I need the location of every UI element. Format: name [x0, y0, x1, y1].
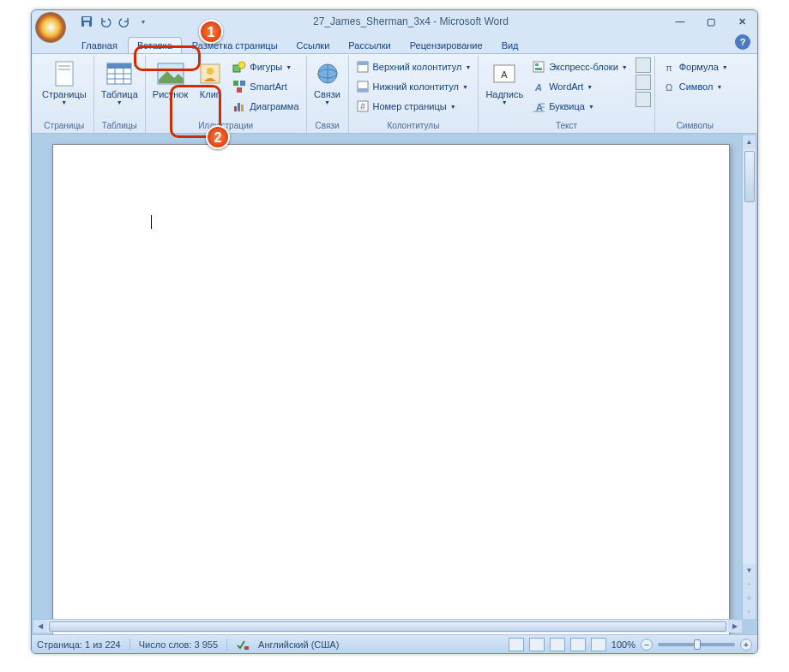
tab-review[interactable]: Рецензирование	[401, 38, 491, 53]
signature-line-icon[interactable]	[635, 57, 651, 73]
formula-icon: π	[662, 60, 676, 74]
chevron-down-icon: ▼	[450, 104, 456, 110]
scroll-down-icon[interactable]: ▼	[743, 564, 756, 578]
tab-home[interactable]: Главная	[73, 38, 126, 53]
scroll-up-icon[interactable]: ▲	[743, 135, 756, 149]
view-print-layout-icon[interactable]	[509, 638, 524, 651]
close-button[interactable]: ✕	[732, 14, 752, 29]
separator	[129, 639, 130, 651]
scroll-thumb[interactable]	[744, 151, 755, 202]
ribbon: Страницы ▼ Страницы Таблица ▼ Таблицы	[32, 53, 757, 134]
document-page[interactable]	[52, 144, 730, 634]
group-pages-label: Страницы	[39, 120, 90, 131]
browse-next-icon[interactable]: ◦	[743, 605, 756, 619]
formula-button[interactable]: π Формула ▼	[659, 57, 732, 76]
status-page[interactable]: Страница: 1 из 224	[37, 639, 121, 650]
group-tables: Таблица ▼ Таблицы	[94, 56, 146, 133]
app-window: ▾ 27_James_Sherman_3x4 - Microsoft Word …	[31, 9, 758, 654]
save-icon[interactable]	[78, 13, 95, 30]
object-icon[interactable]	[635, 92, 651, 107]
tab-references[interactable]: Ссылки	[288, 38, 339, 53]
zoom-in-button[interactable]: +	[740, 639, 752, 651]
page-number-label: Номер страницы	[373, 101, 447, 111]
chevron-down-icon: ▼	[588, 104, 594, 110]
formula-label: Формула	[679, 62, 719, 72]
spellcheck-icon[interactable]	[236, 638, 250, 651]
svg-point-15	[207, 68, 214, 75]
svg-rect-2	[84, 22, 89, 27]
chevron-down-icon: ▼	[324, 99, 330, 105]
page-number-button[interactable]: # Номер страницы ▼	[352, 97, 475, 116]
page-icon	[51, 60, 78, 87]
group-text-label: Текст	[482, 120, 650, 131]
tab-layout[interactable]: Разметка страницы	[184, 38, 286, 53]
status-word-count[interactable]: Число слов: 3 955	[139, 639, 218, 650]
chevron-down-icon: ▼	[502, 99, 508, 105]
browse-prev-icon[interactable]: ◦	[743, 578, 756, 591]
footer-button[interactable]: Нижний колонтитул ▼	[352, 77, 475, 96]
dropcap-button[interactable]: A Буквица ▼	[528, 97, 631, 116]
links-button[interactable]: Связи ▼	[310, 57, 345, 116]
smartart-button[interactable]: SmartArt	[229, 77, 302, 96]
svg-rect-4	[58, 65, 70, 67]
symbol-button[interactable]: Ω Символ ▼	[659, 77, 732, 96]
status-language[interactable]: Английский (США)	[258, 639, 339, 650]
link-icon	[314, 60, 341, 87]
wordart-button[interactable]: A WordArt ▼	[528, 77, 631, 96]
zoom-level[interactable]: 100%	[611, 639, 635, 650]
separator	[226, 639, 227, 651]
view-web-icon[interactable]	[550, 638, 565, 651]
view-fullscreen-icon[interactable]	[529, 638, 545, 651]
textbox-button[interactable]: A Надпись ▼	[482, 57, 527, 116]
svg-rect-21	[234, 106, 237, 111]
clip-button[interactable]: Клип	[193, 57, 227, 116]
maximize-button[interactable]: ▢	[701, 14, 721, 29]
browse-object-icon[interactable]: ○	[743, 591, 756, 605]
tab-insert[interactable]: Вставка	[128, 37, 182, 53]
picture-button[interactable]: Рисунок	[149, 57, 192, 116]
svg-rect-23	[241, 105, 244, 111]
tab-mailings[interactable]: Рассылки	[340, 38, 399, 53]
scroll-left-icon[interactable]: ◀	[33, 620, 47, 633]
page-number-icon: #	[356, 99, 370, 113]
scroll-right-icon[interactable]: ▶	[728, 620, 742, 633]
svg-rect-30	[358, 88, 368, 92]
zoom-handle[interactable]	[694, 639, 701, 650]
zoom-out-button[interactable]: −	[641, 639, 653, 651]
tab-view[interactable]: Вид	[493, 38, 527, 53]
chart-button[interactable]: Диаграмма	[229, 97, 302, 116]
window-title: 27_James_Sherman_3x4 - Microsoft Word	[152, 15, 670, 27]
qat-customize-icon[interactable]: ▾	[135, 13, 152, 30]
minimize-button[interactable]: —	[670, 14, 690, 29]
header-footer-stack: Верхний колонтитул ▼ Нижний колонтитул ▼…	[352, 57, 475, 116]
wordart-icon: A	[532, 80, 545, 93]
shapes-button[interactable]: Фигуры ▼	[229, 57, 302, 76]
date-time-icon[interactable]	[635, 75, 651, 90]
horizontal-scrollbar[interactable]: ◀ ▶	[33, 619, 742, 633]
vertical-scrollbar[interactable]: ▲ ▼ ◦ ○ ◦	[742, 135, 756, 619]
redo-icon[interactable]	[116, 13, 133, 30]
pages-button[interactable]: Страницы ▼	[39, 57, 90, 116]
table-button[interactable]: Таблица ▼	[98, 57, 142, 116]
illustrations-stack: Фигуры ▼ SmartArt Диаграмма	[229, 57, 302, 116]
undo-icon[interactable]	[97, 13, 114, 30]
quick-parts-label: Экспресс-блоки	[549, 62, 618, 72]
help-icon[interactable]: ?	[735, 34, 750, 50]
textbox-label: Надпись	[485, 89, 523, 99]
view-draft-icon[interactable]	[591, 638, 606, 651]
svg-rect-1	[83, 17, 90, 21]
chevron-down-icon: ▼	[286, 64, 292, 70]
group-links: Связи ▼ Связи	[307, 56, 349, 133]
svg-text:#: #	[359, 101, 365, 111]
quick-parts-button[interactable]: Экспресс-блоки ▼	[528, 57, 631, 76]
chevron-down-icon: ▼	[465, 64, 471, 70]
chart-label: Диаграмма	[250, 101, 298, 111]
office-button[interactable]	[35, 12, 66, 43]
svg-text:A: A	[502, 69, 509, 80]
text-extra-icons	[635, 57, 651, 107]
header-button[interactable]: Верхний колонтитул ▼	[352, 57, 475, 76]
zoom-slider[interactable]	[658, 643, 735, 646]
scroll-thumb-h[interactable]	[49, 621, 726, 632]
svg-text:π: π	[666, 63, 672, 73]
view-outline-icon[interactable]	[570, 638, 586, 651]
